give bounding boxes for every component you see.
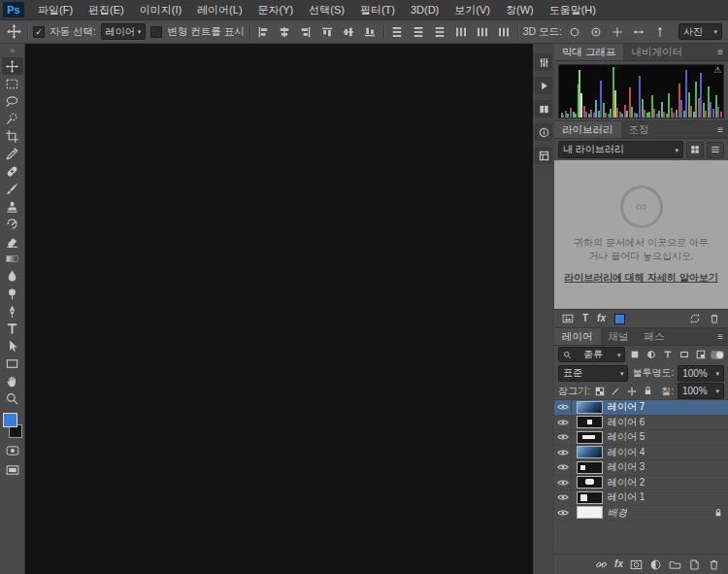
tab-navigator[interactable]: 내비게이터 (623, 44, 690, 60)
layer-name[interactable]: 레이어 6 (608, 416, 645, 429)
panel-menu-icon[interactable]: ≡ (712, 328, 728, 345)
lock-all-icon[interactable] (642, 385, 653, 397)
visibility-eye-icon[interactable] (554, 506, 572, 521)
delete-layer-icon[interactable] (708, 558, 720, 571)
zoom-tool[interactable] (2, 389, 23, 407)
layer-style-icon[interactable]: fx (614, 559, 623, 569)
dodge-tool[interactable] (2, 285, 23, 302)
distribute-hcenter-icon[interactable] (475, 23, 491, 40)
visibility-eye-icon[interactable] (554, 460, 572, 475)
library-collection-dropdown[interactable]: 내 라이브러리▾ (558, 141, 683, 158)
panel-menu-icon[interactable]: ≡ (712, 44, 728, 60)
brush-tool[interactable] (2, 180, 23, 197)
filter-shape-layers-icon[interactable] (678, 348, 691, 361)
distribute-vcenter-icon[interactable] (411, 23, 427, 40)
auto-select-target-dropdown[interactable]: 레이어▾ (101, 23, 147, 40)
visibility-eye-icon[interactable] (554, 416, 572, 430)
layer-row[interactable]: 레이어 4 (554, 446, 728, 461)
filter-toggle-switch[interactable] (711, 351, 724, 359)
filter-adjustment-layers-icon[interactable] (645, 348, 658, 361)
align-bottom-icon[interactable] (362, 23, 379, 40)
histogram-warning-icon[interactable]: ⚠ (713, 65, 721, 75)
3d-orbit-icon[interactable] (567, 23, 583, 40)
eraser-tool[interactable] (2, 232, 23, 250)
tab-paths[interactable]: 패스 (637, 328, 673, 345)
screen-mode-icon[interactable] (3, 463, 22, 477)
3d-zoom-icon[interactable] (652, 23, 669, 40)
align-right-icon[interactable] (298, 23, 314, 40)
layer-thumbnail[interactable] (577, 506, 603, 519)
actions-panel-icon[interactable] (535, 77, 552, 94)
layer-name[interactable]: 레이어 3 (608, 460, 645, 474)
layer-name[interactable]: 레이어 5 (608, 430, 645, 444)
tab-layers[interactable]: 레이어 (554, 328, 601, 345)
fill-dropdown[interactable]: 100%▾ (678, 383, 724, 399)
adjustments-panel-icon[interactable] (535, 53, 552, 71)
layer-thumbnail[interactable] (577, 416, 603, 428)
filter-type-layers-icon[interactable] (661, 348, 675, 361)
distribute-right-icon[interactable] (496, 23, 513, 40)
panel-menu-icon[interactable]: ≡ (712, 121, 728, 138)
library-learn-more-link[interactable]: 라이브러리에 대해 자세히 알아보기 (564, 271, 719, 285)
distribute-top-icon[interactable] (389, 23, 406, 40)
layer-row[interactable]: 레이어 3 (554, 460, 728, 476)
distribute-left-icon[interactable] (453, 23, 470, 40)
list-view-icon[interactable] (707, 142, 724, 158)
3d-roll-icon[interactable] (588, 23, 605, 40)
quick-mask-icon[interactable] (3, 444, 22, 457)
visibility-eye-icon[interactable] (554, 400, 572, 415)
lock-transparency-icon[interactable] (594, 385, 606, 397)
info-panel-icon[interactable] (535, 123, 552, 141)
pen-tool[interactable] (2, 302, 23, 320)
blur-tool[interactable] (2, 267, 23, 285)
layer-thumbnail[interactable] (577, 491, 603, 504)
menu-item[interactable]: 필터(T) (352, 0, 403, 19)
add-layer-style-icon[interactable]: fx (597, 314, 606, 323)
align-left-icon[interactable] (255, 23, 272, 40)
path-selection-tool[interactable] (2, 337, 23, 355)
foreground-color-swatch[interactable] (3, 413, 17, 427)
sync-icon[interactable] (689, 313, 701, 324)
layer-thumbnail[interactable] (577, 401, 603, 414)
lock-pixels-icon[interactable] (610, 385, 621, 397)
add-mask-icon[interactable] (630, 558, 643, 571)
align-vcenter-icon[interactable] (341, 23, 357, 40)
eyedropper-tool[interactable] (2, 145, 23, 162)
layer-thumbnail[interactable] (577, 461, 603, 474)
move-tool[interactable] (2, 57, 23, 75)
tab-libraries[interactable]: 라이브러리 (554, 121, 621, 138)
layer-name[interactable]: 배경 (608, 506, 627, 520)
type-tool[interactable] (2, 320, 23, 337)
properties-panel-icon[interactable] (535, 147, 552, 164)
layer-row[interactable]: 레이어 6 (554, 416, 728, 431)
menu-item[interactable]: 선택(S) (301, 0, 352, 19)
visibility-eye-icon[interactable] (554, 476, 572, 490)
visibility-eye-icon[interactable] (554, 430, 572, 445)
quick-selection-tool[interactable] (2, 110, 23, 127)
menu-item[interactable]: 보기(V) (447, 0, 498, 19)
opacity-dropdown[interactable]: 100%▾ (678, 365, 724, 382)
document-canvas[interactable] (25, 44, 533, 574)
menu-item[interactable]: 창(W) (498, 0, 542, 19)
new-group-icon[interactable] (669, 558, 681, 571)
visibility-eye-icon[interactable] (554, 490, 572, 505)
add-character-style-icon[interactable]: T (582, 314, 588, 323)
shape-tool[interactable] (2, 355, 23, 372)
layer-row[interactable]: 레이어 2 (554, 476, 728, 491)
tool-preset-picker[interactable] (6, 23, 22, 40)
columns-panel-icon[interactable] (535, 100, 552, 118)
layer-row[interactable]: 배경 (554, 506, 728, 522)
layer-thumbnail[interactable] (577, 431, 603, 444)
clone-stamp-tool[interactable] (2, 197, 23, 215)
layer-name[interactable]: 레이어 2 (608, 476, 645, 490)
grid-view-icon[interactable] (686, 142, 704, 158)
layer-name[interactable]: 레이어 1 (608, 490, 645, 504)
color-swatches[interactable] (2, 413, 23, 438)
layer-name[interactable]: 레이어 4 (608, 446, 645, 459)
menu-item[interactable]: 편집(E) (81, 0, 132, 19)
layer-filter-dropdown[interactable]: 종류 ▾ (558, 347, 625, 362)
layer-row[interactable]: 레이어 7 (554, 400, 728, 416)
menu-item[interactable]: 이미지(I) (132, 0, 189, 19)
lasso-tool[interactable] (2, 92, 23, 110)
align-hcenter-icon[interactable] (277, 23, 293, 40)
